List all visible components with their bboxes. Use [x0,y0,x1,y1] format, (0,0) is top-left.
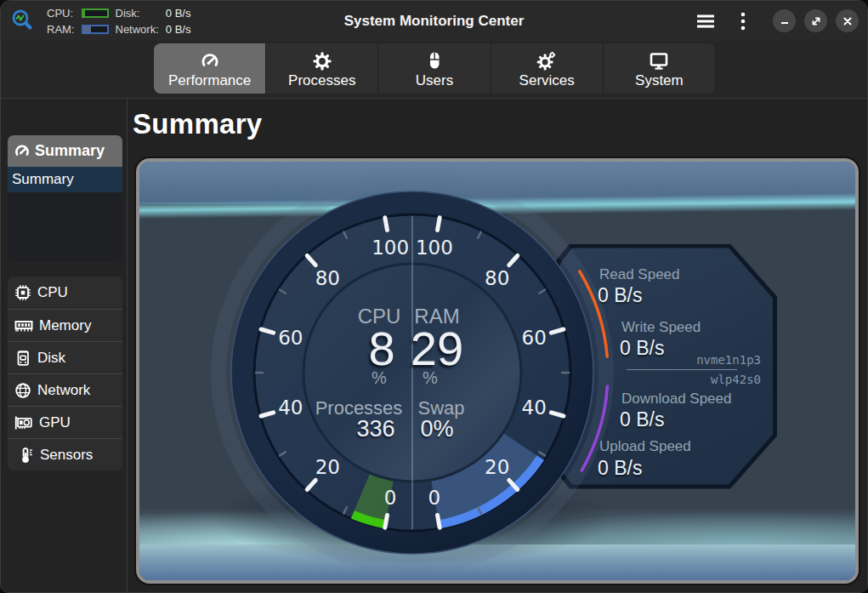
summary-dashboard: Read Speed 0 B/s Write Speed 0 B/s nvme1… [136,158,859,584]
disk-device-name: nvme1n1p3 [696,353,761,367]
sidebar-item-label: Network [37,382,90,399]
gauge-swap-value: 0% [369,416,505,442]
gauge-tick [385,515,388,527]
cpu-chip-icon [14,283,32,302]
sidebar-tree: Summary [8,167,122,262]
gauge-scale-label: 20 [315,455,340,477]
sidebar-device-list: CPU Memory [8,277,122,470]
main-area: Summary Read Speed 0 B/s Write Speed 0 B… [128,99,867,593]
sidebar-item-label: Summary [12,171,74,188]
tab-users[interactable]: Users [377,43,490,94]
sidebar: Summary Summary [1,99,128,593]
sidebar-item-label: Disk [37,350,65,367]
tab-bar: Performance [154,43,715,94]
gauge-ram-percent: 29 [369,325,505,373]
write-speed-value: 0 B/s [620,337,664,360]
sidebar-item-cpu[interactable]: CPU [8,277,122,309]
titlebar: CPU: Disk: 0 B/s RAM: Network: 0 B/s Sys… [1,1,867,41]
sidebar-item-label: Sensors [40,447,93,464]
ram-stick-icon [14,316,34,335]
tab-label: Services [519,72,575,89]
restore-icon [810,15,822,27]
sidebar-item-label: Memory [39,317,91,334]
sidebar-item-memory[interactable]: Memory [8,309,122,341]
header-mini-monitors: CPU: Disk: 0 B/s RAM: Network: 0 B/s [47,7,190,36]
tab-services[interactable]: Services [491,43,603,94]
gauge-scale-label: 20 [485,455,509,477]
options-menu-button[interactable] [730,9,756,34]
thermometer-icon [16,445,35,465]
tab-system[interactable]: System [603,43,715,94]
header-network-label: Network: [116,23,159,36]
gear-icon [312,48,332,71]
sidebar-group-label: Summary [35,142,105,160]
main-menu-button[interactable] [693,9,718,34]
speedometer-icon [13,143,31,160]
speedometer-icon [199,48,221,71]
tab-processes[interactable]: Processes [265,43,377,94]
tab-label: Users [416,72,453,89]
disk-drive-icon [14,349,32,368]
header-disk-value: 0 B/s [166,7,191,20]
download-speed-value: 0 B/s [620,408,664,431]
sidebar-item-sensors[interactable]: Sensors [8,438,122,470]
mouse-icon [424,48,445,71]
gauge-scale-label: 100 [372,237,409,259]
cpu-usage-bar [82,9,109,18]
minimize-icon [780,16,790,26]
gauge-tick [385,217,388,230]
tab-label: System [635,72,684,89]
gpu-card-icon [14,413,34,432]
sidebar-item-disk[interactable]: Disk [8,341,122,373]
restore-button[interactable] [804,9,827,32]
cpu-usage-fill [83,10,85,16]
gauge-scale-label: 60 [278,327,303,349]
kebab-icon [740,12,746,31]
gauge-tick [438,217,440,230]
ribbon: Performance [1,41,867,99]
sidebar-item-label: CPU [37,284,68,301]
device-divider [627,369,737,370]
write-speed-label: Write Speed [621,319,701,336]
tab-label: Performance [168,72,251,89]
sidebar-item-gpu[interactable]: GPU [8,406,122,438]
header-cpu-label: CPU: [47,7,75,20]
tab-label: Processes [288,72,355,89]
ram-usage-bar [82,25,109,34]
gauge-scale-label: 80 [485,267,509,289]
network-device-name: wlp42s0 [711,373,761,386]
sidebar-group-summary[interactable]: Summary [8,135,122,167]
ram-usage-fill [83,26,91,32]
download-speed-label: Download Speed [621,391,731,408]
header-network-value: 0 B/s [166,23,191,36]
gauge-scale-label: 100 [416,237,453,259]
header-ram-label: RAM: [47,23,75,36]
hamburger-icon [696,14,715,28]
gauge-ram-unit: % [396,368,464,388]
gauge-scale-label: 40 [522,396,547,419]
page-title: Summary [133,107,867,141]
sidebar-item-summary[interactable]: Summary [8,167,122,192]
app-logo-icon [9,8,35,35]
gauge-scale-label: 60 [522,327,547,349]
sidebar-item-network[interactable]: Network [8,373,122,406]
gauge-scale-label: 0 [428,486,441,508]
sidebar-item-label: GPU [39,414,71,431]
gears-icon [536,48,558,71]
gauge-scale-label: 0 [384,486,397,508]
minimize-button[interactable] [773,9,796,32]
gauge-scale-label: 80 [315,267,340,289]
tab-performance[interactable]: Performance [154,43,265,94]
close-icon [842,16,853,26]
close-button[interactable] [836,9,859,32]
header-disk-label: Disk: [116,7,159,20]
globe-icon [14,381,32,400]
app-window: CPU: Disk: 0 B/s RAM: Network: 0 B/s Sys… [0,0,868,593]
gauge-tick [438,515,440,527]
monitor-icon [648,48,670,71]
